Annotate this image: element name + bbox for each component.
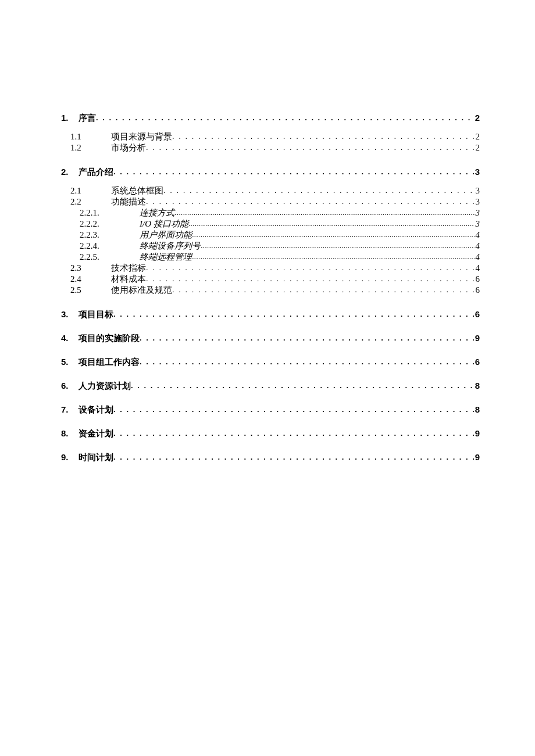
toc-leader-dots	[113, 310, 474, 318]
toc-title: 系统总体框图	[111, 187, 163, 195]
toc-entry: 2.3技术指标4	[61, 264, 480, 273]
toc-page-number: 3	[474, 167, 480, 176]
toc-leader-dots	[172, 132, 475, 140]
toc-title: 人力资源计划	[79, 381, 131, 390]
toc-page-number: 8	[474, 381, 480, 390]
toc-entry: 8.资金计划9	[61, 429, 480, 438]
toc-number: 6.	[61, 381, 79, 390]
toc-entry: 5.项目组工作内容6	[61, 357, 480, 366]
toc-entry: 2.2.2.I/O 接口功能3	[61, 220, 480, 228]
toc-number: 1.	[61, 113, 79, 122]
toc-page-number: 3	[475, 220, 480, 228]
toc-page-number: 2	[475, 144, 480, 152]
toc-number: 2.2.5.	[80, 253, 140, 261]
toc-title: 序言	[79, 113, 96, 122]
toc-leader-dots	[172, 286, 475, 293]
toc-number: 2.2.1.	[80, 209, 140, 217]
toc-title: 终端远程管理	[140, 253, 192, 261]
toc-number: 2.3	[70, 264, 111, 273]
toc-title: 用户界面功能	[140, 231, 192, 239]
toc-title: 技术指标	[111, 264, 146, 273]
toc-entry: 4.项目的实施阶段9	[61, 334, 480, 342]
toc-number: 4.	[61, 334, 79, 342]
toc-number: 1.1	[70, 132, 111, 141]
toc-entry: 2.4材料成本6	[61, 275, 480, 284]
toc-title: 项目来源与背景	[111, 132, 172, 141]
toc-entry: 1.2市场分析2	[61, 144, 480, 152]
toc-page-number: 6	[475, 286, 480, 295]
toc-title: 设备计划	[79, 405, 113, 414]
toc-page-number: 6	[474, 357, 480, 366]
toc-entry: 2.2.4.终端设备序列号4	[61, 242, 480, 250]
toc-number: 2.2.2.	[80, 220, 140, 228]
toc-page-number: 9	[474, 453, 480, 461]
toc-entry: 2.2.5.终端远程管理4	[61, 253, 480, 261]
toc-entry: 2.1系统总体框图3	[61, 187, 480, 195]
toc-entry: 2.2.3.用户界面功能4	[61, 231, 480, 239]
toc-title: 项目的实施阶段	[79, 334, 140, 342]
toc-number: 2.4	[70, 275, 111, 284]
toc-page-number: 2	[475, 132, 480, 141]
toc-leader-dots	[131, 382, 474, 389]
toc-number: 2.	[61, 167, 79, 176]
toc-number: 2.1	[70, 187, 111, 195]
toc-leader-dots	[140, 334, 474, 342]
toc-entry: 2.5使用标准及规范6	[61, 286, 480, 295]
toc-number: 2.5	[70, 286, 111, 295]
toc-entry: 3.项目目标6	[61, 310, 480, 318]
toc-number: 3.	[61, 310, 79, 318]
toc-number: 2.2	[70, 198, 111, 206]
toc-title: 终端设备序列号	[140, 242, 201, 250]
toc-leader-dots	[163, 187, 475, 194]
toc-page-number: 3	[475, 198, 480, 206]
toc-leader-dots	[174, 209, 475, 216]
toc-number: 2.2.3.	[80, 231, 140, 239]
toc-leader-dots	[188, 220, 475, 227]
toc-leader-dots	[140, 358, 474, 366]
toc-entry: 1.序言2	[61, 113, 480, 122]
toc-leader-dots	[146, 144, 475, 151]
toc-title: 材料成本	[111, 275, 146, 284]
toc-leader-dots	[146, 198, 475, 205]
toc-page-number: 3	[475, 209, 480, 217]
toc-title: I/O 接口功能	[140, 220, 188, 228]
toc-number: 8.	[61, 429, 79, 438]
toc-number: 2.2.4.	[80, 242, 140, 250]
toc-number: 9.	[61, 453, 79, 461]
toc-leader-dots	[192, 253, 475, 260]
toc-number: 5.	[61, 357, 79, 366]
toc-page-number: 4	[475, 242, 480, 250]
toc-leader-dots	[113, 453, 474, 461]
toc-leader-dots	[96, 114, 474, 121]
toc-page-number: 4	[475, 253, 480, 261]
toc-title: 产品介绍	[79, 167, 113, 176]
toc-page-number: 4	[475, 264, 480, 273]
toc-leader-dots	[201, 242, 475, 249]
toc-leader-dots	[113, 429, 474, 437]
toc-number: 7.	[61, 405, 79, 414]
toc-page-number: 9	[474, 429, 480, 438]
toc-title: 时间计划	[79, 453, 113, 461]
toc-page-number: 6	[474, 310, 480, 318]
toc-title: 连接方式	[140, 209, 174, 217]
toc-entry: 7.设备计划8	[61, 405, 480, 414]
toc-page-number: 8	[474, 405, 480, 414]
toc-leader-dots	[146, 264, 475, 271]
table-of-contents: 1.序言21.1项目来源与背景21.2市场分析22.产品介绍32.1系统总体框图…	[61, 113, 480, 461]
toc-page-number: 9	[474, 334, 480, 342]
toc-title: 资金计划	[79, 429, 113, 438]
toc-entry: 2.2功能描述3	[61, 198, 480, 206]
toc-entry: 9.时间计划9	[61, 453, 480, 461]
toc-entry: 6.人力资源计划8	[61, 381, 480, 390]
toc-leader-dots	[146, 275, 475, 282]
toc-entry: 2.2.1.连接方式3	[61, 209, 480, 217]
toc-leader-dots	[192, 231, 475, 238]
toc-title: 功能描述	[111, 198, 146, 206]
toc-entry: 1.1项目来源与背景2	[61, 132, 480, 141]
toc-page-number: 6	[475, 275, 480, 284]
toc-page-number: 4	[475, 231, 480, 239]
toc-title: 使用标准及规范	[111, 286, 172, 295]
toc-leader-dots	[113, 168, 474, 175]
toc-entry: 2.产品介绍3	[61, 167, 480, 176]
toc-page-number: 2	[474, 113, 480, 122]
